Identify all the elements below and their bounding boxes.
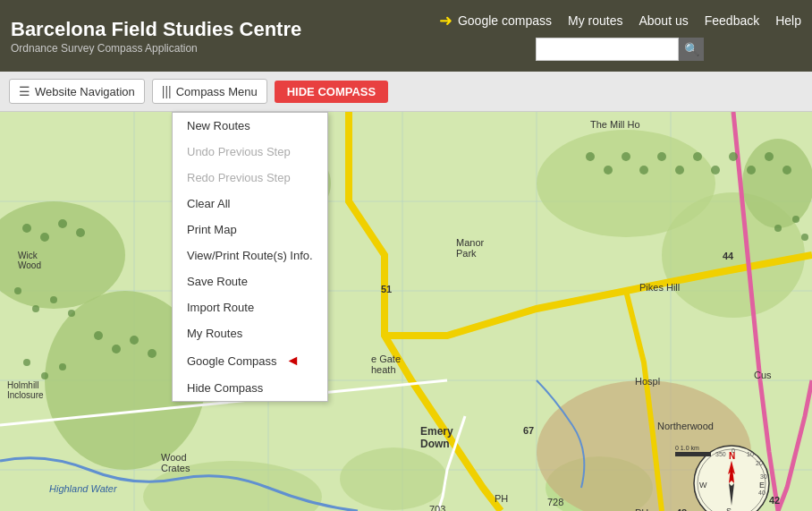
menu-item-view-print-routes[interactable]: View/Print Route(s) Info.: [173, 243, 327, 268]
svg-point-14: [742, 139, 812, 228]
search-input[interactable]: [536, 38, 679, 61]
site-header: Barcelona Field Studies Centre Ordnance …: [0, 0, 812, 72]
nav-google-compass[interactable]: ➜ Google compass: [439, 11, 552, 30]
site-title: Barcelona Field Studies Centre: [11, 17, 439, 43]
svg-point-32: [23, 359, 30, 366]
svg-text:E: E: [759, 481, 765, 490]
svg-text:20: 20: [756, 460, 763, 466]
svg-point-20: [22, 224, 31, 233]
website-nav-button[interactable]: ☰ Website Navigation: [9, 79, 145, 104]
svg-point-37: [622, 152, 630, 161]
nav-my-routes[interactable]: My routes: [568, 13, 622, 28]
svg-point-34: [59, 363, 66, 370]
svg-text:30: 30: [760, 473, 767, 480]
menu-item-undo[interactable]: Undo Previous Step: [173, 139, 327, 165]
map-background: N E S W 350 0 10 20 30 40 0 1.0 km: [0, 112, 812, 511]
svg-point-28: [94, 331, 103, 340]
menu-item-save-route[interactable]: Save Route: [173, 268, 327, 294]
svg-point-27: [68, 310, 75, 317]
svg-point-24: [14, 287, 21, 294]
compass-menu-button[interactable]: ||| Compass Menu: [152, 79, 267, 104]
menu-item-import-route[interactable]: Import Route: [173, 294, 327, 320]
hide-compass-button[interactable]: HIDE COMPASS: [275, 81, 388, 103]
svg-text:350: 350: [715, 451, 726, 457]
svg-point-49: [801, 234, 808, 241]
menu-item-google-compass[interactable]: Google Compass ◄: [173, 346, 327, 375]
svg-point-17: [340, 447, 447, 510]
search-icon: 🔍: [684, 42, 699, 56]
header-nav: ➜ Google compass My routes About us Feed…: [439, 11, 801, 61]
site-subtitle: Ordnance Survey Compass Application: [11, 42, 439, 55]
svg-text:S: S: [726, 507, 732, 511]
svg-point-46: [782, 166, 791, 175]
svg-point-29: [112, 345, 121, 353]
svg-point-44: [747, 166, 756, 175]
svg-point-48: [774, 225, 782, 232]
map-container[interactable]: N E S W 350 0 10 20 30 40 0 1.0 km The M…: [0, 112, 812, 511]
menu-item-hide-compass[interactable]: Hide Compass: [173, 375, 327, 401]
menu-item-print-map[interactable]: Print Map: [173, 217, 327, 243]
svg-point-22: [58, 219, 67, 228]
menu-item-redo[interactable]: Redo Previous Step: [173, 165, 327, 191]
svg-point-23: [76, 228, 85, 237]
svg-point-26: [50, 296, 57, 303]
toolbar: ☰ Website Navigation ||| Compass Menu HI…: [0, 72, 812, 112]
header-left: Barcelona Field Studies Centre Ordnance …: [11, 17, 439, 55]
svg-point-41: [693, 152, 702, 161]
svg-point-25: [32, 305, 39, 312]
menu-item-new-routes[interactable]: New Routes: [173, 113, 327, 139]
svg-point-40: [675, 166, 684, 175]
svg-text:10: 10: [747, 451, 754, 457]
search-button[interactable]: 🔍: [679, 38, 704, 61]
svg-text:0: 0: [732, 447, 735, 454]
svg-point-21: [40, 233, 49, 242]
compass-dropdown-menu: New Routes Undo Previous Step Redo Previ…: [172, 112, 328, 402]
svg-point-38: [639, 166, 648, 175]
svg-point-45: [765, 152, 774, 161]
svg-point-33: [41, 372, 48, 379]
svg-point-42: [711, 166, 720, 175]
svg-point-30: [130, 336, 139, 345]
nav-help[interactable]: Help: [775, 13, 801, 28]
search-bar: 🔍: [536, 38, 704, 61]
nav-about-us[interactable]: About us: [639, 13, 688, 28]
nav-arrow-icon: ➜: [439, 11, 453, 30]
svg-point-43: [729, 152, 738, 161]
svg-point-36: [604, 166, 613, 175]
nav-feedback[interactable]: Feedback: [705, 13, 759, 28]
nav-links: ➜ Google compass My routes About us Feed…: [439, 11, 801, 30]
svg-text:40: 40: [758, 490, 765, 496]
menu-item-clear-all[interactable]: Clear All: [173, 191, 327, 217]
svg-text:0  1.0 km: 0 1.0 km: [675, 445, 699, 451]
svg-point-31: [148, 349, 156, 358]
hamburger-icon: ☰: [19, 84, 30, 98]
svg-point-47: [792, 216, 799, 223]
svg-point-39: [657, 152, 666, 161]
svg-rect-65: [675, 452, 711, 456]
svg-point-35: [586, 152, 595, 161]
menu-item-my-routes[interactable]: My Routes: [173, 320, 327, 346]
svg-text:W: W: [699, 481, 707, 490]
compass-menu-icon: |||: [162, 84, 172, 98]
google-compass-arrow-icon: ◄: [285, 353, 300, 369]
